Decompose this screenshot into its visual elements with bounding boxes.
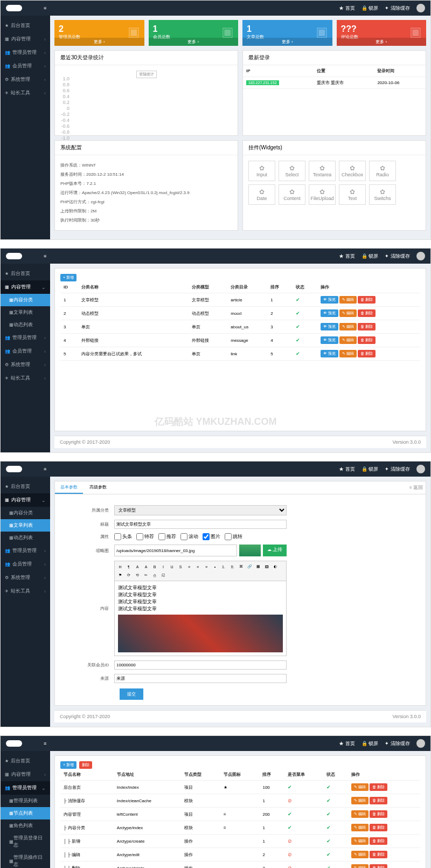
add-button[interactable]: + 新增 [60,761,77,769]
edit-button[interactable]: ✎ 编辑 [351,824,369,831]
relid-input[interactable] [114,660,287,670]
widget-select[interactable]: ✿Select [279,161,305,181]
nav-admin[interactable]: 👥 管理员管理‹ [1,544,50,557]
submit-button[interactable]: 提交 [120,688,143,700]
nav-clear-cache[interactable]: ✦ 清除缓存 [385,5,410,12]
nav-admin[interactable]: 👥 管理员管理⌄ [1,781,50,795]
nav-tools[interactable]: ✈ 站长工具‹ [1,371,50,385]
tab-basic[interactable]: 基本参数 [55,481,83,494]
edit-button[interactable]: ✎ 编辑 [339,336,357,344]
category-select[interactable]: 文章模型 [114,505,287,515]
menu-toggle-icon[interactable]: ≡ [44,253,46,259]
content-editor[interactable]: 测试文章模型文章测试文章模型文章测试文章模型文章测试文章模型文章 [114,581,287,656]
nav-member[interactable]: 👥 会员管理‹ [1,345,50,358]
edit-button[interactable]: ✎ 编辑 [339,296,357,304]
back-link[interactable]: ≡ 返回 [407,481,426,494]
nav-system[interactable]: ⚙ 系统管理‹ [1,73,50,86]
nav-dashboard[interactable]: ★ 后台首页 [1,754,50,768]
stat-card[interactable]: 1会员总数▣更多 › [149,20,239,46]
delete-button[interactable]: 🗑 删除 [370,864,387,868]
nav-dashboard[interactable]: ★ 后台首页 [1,480,50,493]
thumb-input[interactable] [114,545,237,556]
edit-button[interactable]: ✎ 编辑 [351,783,369,791]
nav-dashboard[interactable]: ★ 后台首页 [1,267,50,280]
stat-card[interactable]: ???评论总数▣更多 › [337,20,427,46]
nav-content[interactable]: ▦ 内容管理‹ [1,768,50,781]
title-input[interactable] [114,520,287,529]
preview-button[interactable]: 👁 预览 [321,309,338,317]
nav-home[interactable]: ★ 首页 [339,5,355,12]
attr-checkbox[interactable]: 滚动 [180,533,198,540]
widget-text[interactable]: ✿Text [339,184,366,205]
nav-lock[interactable]: 🔒 锁屏 [362,5,379,12]
stat-card[interactable]: 2管理员总数▣更多 › [54,20,144,46]
delete-button[interactable]: 🗑 删除 [358,336,376,344]
preview-button[interactable]: 👁 预览 [321,350,338,357]
preview-button[interactable]: 👁 预览 [321,336,338,344]
delete-button[interactable]: 删除 [79,761,92,769]
widget-input[interactable]: ✿Input [248,161,275,181]
edit-button[interactable]: ✎ 编辑 [351,837,369,845]
attr-checkbox[interactable]: 推荐 [158,533,176,540]
widget-switchs[interactable]: ✿Switchs [369,184,396,205]
nav-system[interactable]: ⚙ 系统管理‹ [1,571,50,584]
nav-admin-list[interactable]: ▦ 管理员列表 [1,795,50,807]
edit-button[interactable]: ✎ 编辑 [351,851,369,858]
nav-content-mood[interactable]: ▦ 动态列表 [1,319,50,331]
nav-content[interactable]: ▦ 内容管理⌄ [1,493,50,507]
nav-clear-cache[interactable]: ✦ 清除缓存 [385,740,410,747]
nav-lock[interactable]: 🔒 锁屏 [362,253,379,260]
avatar[interactable] [416,465,425,473]
preview-button[interactable]: 👁 预览 [321,296,338,304]
widget-fileupload[interactable]: ✿FileUpload [309,184,336,205]
delete-button[interactable]: 🗑 删除 [370,810,387,818]
stat-card[interactable]: 1文章总数▣更多 › [242,20,332,46]
edit-button[interactable]: ✎ 编辑 [339,323,357,330]
nav-tools[interactable]: ✈ 站长工具‹ [1,584,50,598]
attr-checkbox[interactable]: 跳转 [225,533,242,540]
widget-content[interactable]: ✿Content [279,184,305,205]
nav-content[interactable]: ▦ 内容管理‹ [1,32,50,46]
menu-toggle-icon[interactable]: ≡ [44,741,46,746]
nav-lock[interactable]: 🔒 锁屏 [362,740,379,747]
delete-button[interactable]: 🗑 删除 [358,350,376,357]
nav-admin[interactable]: 👥 管理员管理‹ [1,331,50,345]
nav-member[interactable]: 👥 会员管理‹ [1,557,50,571]
widget-date[interactable]: ✿Date [248,184,275,205]
nav-home[interactable]: ★ 首页 [339,740,355,747]
nav-content-mood[interactable]: ▦ 动态列表 [1,532,50,544]
edit-button[interactable]: ✎ 编辑 [351,864,369,868]
attr-checkbox[interactable]: 头条 [114,533,132,540]
edit-button[interactable]: ✎ 编辑 [339,350,357,357]
widget-textarea[interactable]: ✿Textarea [309,161,336,181]
nav-tools[interactable]: ✈ 站长工具‹ [1,86,50,100]
nav-content[interactable]: ▦ 内容管理⌄ [1,280,50,294]
add-button[interactable]: + 新增 [60,274,77,281]
delete-button[interactable]: 🗑 删除 [370,783,387,791]
widget-radio[interactable]: ✿Radio [369,161,396,181]
nav-system[interactable]: ⚙ 系统管理‹ [1,358,50,371]
delete-button[interactable]: 🗑 删除 [370,837,387,845]
delete-button[interactable]: 🗑 删除 [370,797,387,804]
nav-content-category[interactable]: ▦ 内容分类 [1,294,50,306]
widget-checkbox[interactable]: ✿Checkbox [339,161,366,181]
delete-button[interactable]: 🗑 删除 [358,296,376,304]
nav-member[interactable]: 👥 会员管理‹ [1,59,50,73]
edit-button[interactable]: ✎ 编辑 [351,810,369,818]
attr-checkbox[interactable]: 图片 [203,533,220,540]
nav-clear-cache[interactable]: ✦ 清除缓存 [385,253,410,260]
edit-button[interactable]: ✎ 编辑 [339,309,357,317]
nav-role-list[interactable]: ▦ 角色列表 [1,819,50,832]
nav-lock[interactable]: 🔒 锁屏 [362,466,379,473]
nav-home[interactable]: ★ 首页 [339,253,355,260]
source-input[interactable] [114,674,287,683]
delete-button[interactable]: 🗑 删除 [370,851,387,858]
avatar[interactable] [416,4,425,12]
preview-button[interactable]: 👁 预览 [321,323,338,330]
nav-clear-cache[interactable]: ✦ 清除缓存 [385,466,410,473]
delete-button[interactable]: 🗑 删除 [358,309,376,317]
nav-content-category[interactable]: ▦ 内容分类 [1,507,50,519]
delete-button[interactable]: 🗑 删除 [358,323,376,330]
avatar[interactable] [416,739,425,748]
menu-toggle-icon[interactable]: ≡ [44,5,46,11]
